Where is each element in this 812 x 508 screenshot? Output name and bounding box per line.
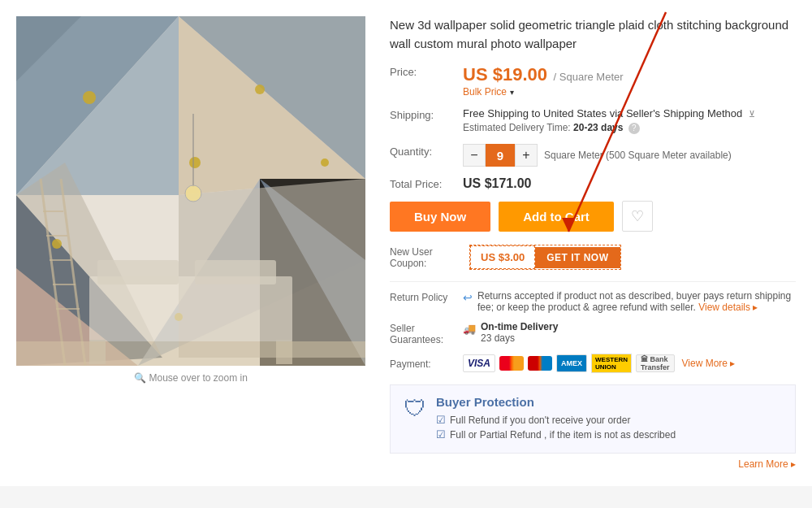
view-more-payment[interactable]: View More ▸ bbox=[682, 358, 736, 369]
coupon-amount: US $3.00 bbox=[470, 245, 535, 269]
bulk-price-link[interactable]: Bulk Price bbox=[463, 86, 507, 98]
svg-rect-29 bbox=[195, 260, 276, 284]
shipping-dropdown[interactable]: ⊻ bbox=[749, 109, 755, 119]
shipping-value: Free Shipping to United States via Selle… bbox=[463, 107, 796, 134]
return-icon: ↩ bbox=[463, 291, 473, 304]
total-price-label: Total Price: bbox=[390, 176, 463, 190]
check-icon-2: ☑ bbox=[436, 428, 446, 441]
svg-point-14 bbox=[83, 91, 96, 104]
quantity-unit: Square Meter (500 Square Meter available… bbox=[544, 150, 732, 161]
buyer-protection: 🛡 Buyer Protection ☑ Full Refund if you … bbox=[390, 384, 796, 454]
svg-point-17 bbox=[321, 158, 329, 167]
learn-more-link[interactable]: Learn More ▸ bbox=[738, 458, 796, 470]
coupon-row: New User Coupon: US $3.00 GET IT NOW bbox=[390, 245, 796, 270]
delivery-days: 20-23 days bbox=[573, 122, 623, 133]
image-caption: 🔍 Mouse over to zoom in bbox=[16, 372, 365, 384]
coupon-label: New User Coupon: bbox=[390, 246, 463, 269]
quantity-input[interactable] bbox=[486, 144, 515, 167]
wishlist-button[interactable]: ♡ bbox=[622, 201, 653, 232]
quantity-decrease-button[interactable]: − bbox=[463, 144, 486, 167]
price-label: Price: bbox=[390, 64, 463, 78]
payment-label: Payment: bbox=[390, 357, 463, 370]
payment-row: Payment: VISA AMEX WESTERNUNION 🏛 BankTr… bbox=[390, 354, 796, 373]
learn-more-row: Learn More ▸ bbox=[390, 458, 796, 470]
shipping-label: Shipping: bbox=[390, 107, 463, 121]
return-policy-link[interactable]: View details ▸ bbox=[698, 302, 758, 313]
product-title: New 3d wallpaper solid geometric triangl… bbox=[390, 16, 796, 53]
svg-point-16 bbox=[255, 85, 265, 94]
protection-item-1: ☑ Full Refund if you don't receive your … bbox=[436, 414, 782, 426]
svg-rect-27 bbox=[89, 276, 292, 341]
return-policy-content: ↩ Returns accepted if product not as des… bbox=[463, 290, 796, 313]
payment-icons: VISA AMEX WESTERNUNION 🏛 BankTransfer Vi… bbox=[463, 354, 735, 373]
quantity-value: − + Square Meter (500 Square Meter avail… bbox=[463, 144, 796, 167]
western-union-icon: WESTERNUNION bbox=[591, 354, 632, 373]
delivery-help-icon[interactable]: ? bbox=[628, 123, 640, 134]
seller-guarantee-title: On-time Delivery bbox=[481, 321, 558, 332]
total-price: US $171.00 bbox=[463, 176, 532, 190]
maestro-icon bbox=[528, 356, 552, 371]
quantity-row: Quantity: − + Square Meter (500 Square M… bbox=[390, 144, 796, 167]
price-unit: / Square Meter bbox=[554, 71, 624, 83]
delivery-time: Estimated Delivery Time: 20-23 days ? bbox=[463, 122, 796, 134]
visa-icon: VISA bbox=[463, 354, 495, 372]
bulk-price-arrow: ▾ bbox=[510, 88, 514, 97]
delivery-icon: 🚚 bbox=[463, 323, 476, 335]
magnify-icon: 🔍 bbox=[134, 372, 146, 384]
price-main: US $19.00 bbox=[463, 64, 547, 85]
action-buttons: Buy Now Add to Cart ♡ bbox=[390, 201, 796, 232]
price-row: Price: US $19.00 / Square Meter Bulk Pri… bbox=[390, 64, 796, 98]
shipping-row: Shipping: Free Shipping to United States… bbox=[390, 107, 796, 134]
seller-guarantees-label: Seller Guarantees: bbox=[390, 321, 463, 345]
return-policy-row: Return Policy ↩ Returns accepted if prod… bbox=[390, 290, 796, 313]
protection-content: Buyer Protection ☑ Full Refund if you do… bbox=[436, 395, 782, 443]
shield-icon: 🛡 bbox=[404, 395, 426, 422]
buy-now-button[interactable]: Buy Now bbox=[390, 202, 490, 232]
svg-point-33 bbox=[185, 185, 201, 202]
bank-transfer-icon: 🏛 BankTransfer bbox=[636, 354, 675, 372]
quantity-label: Quantity: bbox=[390, 144, 463, 158]
seller-guarantees-content: 🚚 On-time Delivery 23 days bbox=[463, 321, 796, 344]
mastercard-icon bbox=[499, 356, 524, 371]
protection-item-2: ☑ Full or Partial Refund , if the item i… bbox=[436, 428, 782, 441]
product-image[interactable] bbox=[16, 16, 365, 366]
seller-guarantee-days: 23 days bbox=[481, 332, 558, 344]
product-image-panel: 🔍 Mouse over to zoom in bbox=[16, 16, 365, 470]
svg-rect-28 bbox=[97, 260, 179, 284]
check-icon-1: ☑ bbox=[436, 414, 446, 426]
amex-icon: AMEX bbox=[556, 354, 587, 372]
shipping-text: Free Shipping to United States via Selle… bbox=[463, 107, 742, 119]
seller-guarantees-row: Seller Guarantees: 🚚 On-time Delivery 23… bbox=[390, 321, 796, 345]
buyer-protection-title: Buyer Protection bbox=[436, 395, 782, 409]
add-to-cart-button[interactable]: Add to Cart bbox=[499, 202, 614, 232]
total-price-row: Total Price: US $171.00 bbox=[390, 176, 796, 191]
divider bbox=[390, 281, 796, 282]
product-info-panel: New 3d wallpaper solid geometric triangl… bbox=[382, 16, 796, 470]
return-policy-label: Return Policy bbox=[390, 290, 463, 303]
coupon-get-button[interactable]: GET IT NOW bbox=[535, 247, 620, 268]
price-value: US $19.00 / Square Meter Bulk Price ▾ bbox=[463, 64, 796, 98]
quantity-controls: − + bbox=[463, 144, 538, 167]
svg-rect-34 bbox=[16, 341, 365, 366]
svg-point-15 bbox=[189, 157, 201, 168]
quantity-increase-button[interactable]: + bbox=[515, 144, 538, 167]
svg-point-18 bbox=[52, 239, 62, 249]
